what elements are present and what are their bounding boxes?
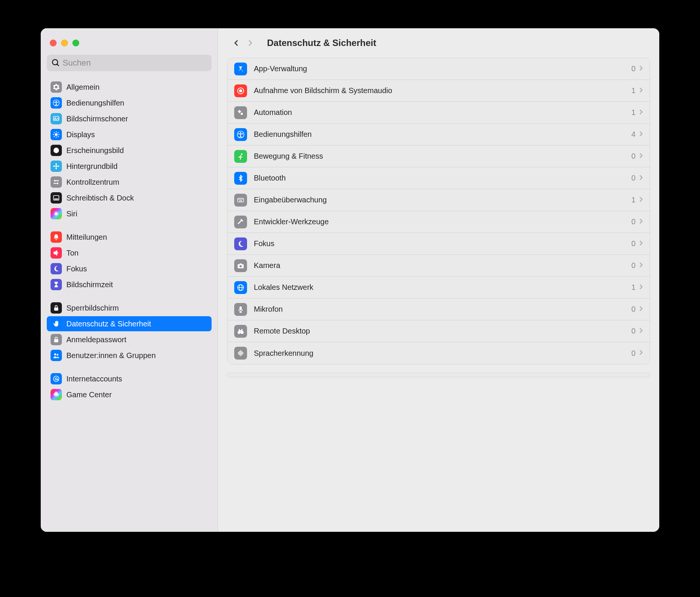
sidebar-item-label: Bildschirmschoner: [66, 115, 128, 123]
sidebar-item-siri[interactable]: Siri: [47, 206, 212, 221]
sidebar-item-wallpaper[interactable]: Hintergrundbild: [47, 159, 212, 174]
privacy-row-accessibility[interactable]: Bedienungshilfen4: [227, 124, 650, 145]
row-count: 0: [631, 64, 636, 73]
privacy-row-bluetooth[interactable]: Bluetooth0: [227, 167, 650, 189]
row-label: App-Verwaltung: [254, 64, 631, 73]
minimize-window-button[interactable]: [61, 40, 68, 46]
search-input[interactable]: [63, 58, 206, 68]
search-field-container[interactable]: [47, 55, 212, 71]
sidebar-item-appearance[interactable]: Erscheinungsbild: [47, 143, 212, 158]
content-scroll[interactable]: App-Verwaltung0Aufnahme von Bildschirm &…: [218, 58, 659, 532]
privacy-row-automation[interactable]: Automation1: [227, 102, 650, 124]
sidebar-item-notifications[interactable]: Mitteilungen: [47, 230, 212, 245]
sidebar-item-gamecenter[interactable]: Game Center: [47, 387, 212, 402]
chevron-right-icon: [639, 328, 643, 335]
privacy-row-motion[interactable]: Bewegung & Fitness0: [227, 145, 650, 167]
lock-icon: [51, 302, 62, 314]
row-label: Fokus: [254, 239, 631, 248]
globe-icon: [234, 281, 247, 294]
speaker-icon: [51, 247, 62, 259]
sidebar-item-users[interactable]: Benutzer:innen & Gruppen: [47, 348, 212, 363]
row-label: Lokales Netzwerk: [254, 283, 631, 292]
row-count: 0: [631, 217, 636, 226]
row-count: 1: [631, 108, 636, 117]
sidebar-item-label: Erscheinungsbild: [66, 146, 124, 155]
row-label: Bluetooth: [254, 174, 631, 182]
sidebar-item-label: Benutzer:innen & Gruppen: [66, 351, 156, 360]
sidebar-item-label: Schreibtisch & Dock: [66, 194, 134, 202]
chevron-right-icon: [639, 196, 643, 204]
moon-icon: [51, 263, 62, 274]
appearance-icon: [51, 145, 62, 156]
sidebar-item-label: Ton: [66, 249, 78, 257]
back-button[interactable]: [229, 35, 244, 51]
sidebar: AllgemeinBedienungshilfenBildschirmschon…: [41, 28, 218, 532]
switches-icon: [51, 176, 62, 188]
sidebar-item-loginpassword[interactable]: Anmeldepasswort: [47, 332, 212, 347]
sidebar-item-privacy[interactable]: Datenschutz & Sicherheit: [47, 316, 212, 331]
close-window-button[interactable]: [50, 40, 57, 46]
sidebar-item-label: Datenschutz & Sicherheit: [66, 320, 151, 328]
row-label: Spracherkennung: [254, 349, 631, 358]
row-label: Bedienungshilfen: [254, 130, 631, 139]
row-label: Mikrofon: [254, 305, 631, 314]
sidebar-item-label: Kontrollzentrum: [66, 178, 119, 187]
privacy-row-app-management[interactable]: App-Verwaltung0: [227, 58, 650, 80]
sidebar-item-label: Anmeldepasswort: [66, 335, 126, 344]
privacy-row-local-network[interactable]: Lokales Netzwerk1: [227, 277, 650, 298]
accessibility-icon: [234, 128, 247, 141]
sidebar-item-focus[interactable]: Fokus: [47, 261, 212, 276]
sidebar-group: SperrbildschirmDatenschutz & SicherheitA…: [47, 300, 212, 363]
hourglass-icon: [51, 279, 62, 290]
privacy-row-screen-recording[interactable]: Aufnahme von Bildschirm & Systemaudio1: [227, 80, 650, 102]
sidebar-item-label: Game Center: [66, 390, 112, 399]
sidebar-item-label: Bedienungshilfen: [66, 99, 124, 107]
flower-icon: [51, 161, 62, 172]
row-count: 0: [631, 239, 636, 248]
sidebar-item-controlcenter[interactable]: Kontrollzentrum: [47, 175, 212, 190]
zoom-window-button[interactable]: [72, 40, 79, 46]
record-icon: [234, 84, 247, 97]
waveform-icon: [234, 347, 247, 360]
row-label: Eingabeüberwachung: [254, 196, 631, 204]
sidebar-item-sound[interactable]: Ton: [47, 245, 212, 260]
privacy-row-remote-desktop[interactable]: Remote Desktop0: [227, 320, 650, 342]
privacy-row-camera[interactable]: Kamera0: [227, 255, 650, 277]
privacy-row-input-monitoring[interactable]: Eingabeüberwachung1: [227, 189, 650, 211]
privacy-row-speech[interactable]: Spracherkennung0: [227, 342, 650, 364]
row-count: 0: [631, 305, 636, 314]
sidebar-item-general[interactable]: Allgemein: [47, 80, 212, 95]
settings-window: AllgemeinBedienungshilfenBildschirmschon…: [41, 28, 659, 532]
main-area: Datenschutz & Sicherheit App-Verwaltung0…: [218, 28, 659, 532]
chevron-right-icon: [639, 284, 643, 291]
sidebar-item-displays[interactable]: Displays: [47, 127, 212, 142]
privacy-row-focus[interactable]: Fokus0: [227, 233, 650, 255]
next-panel-peek: [227, 373, 650, 377]
chevron-right-icon: [639, 87, 643, 95]
privacy-row-dev-tools[interactable]: Entwickler-Werkzeuge0: [227, 211, 650, 233]
chevron-right-icon: [248, 38, 254, 47]
sidebar-item-lockscreen[interactable]: Sperrbildschirm: [47, 300, 212, 315]
accessibility-icon: [51, 97, 62, 109]
sidebar-item-screentime[interactable]: Bildschirmzeit: [47, 277, 212, 292]
chevron-right-icon: [639, 349, 643, 357]
at-icon: [51, 373, 62, 384]
row-label: Bewegung & Fitness: [254, 152, 631, 161]
sidebar-item-accessibility[interactable]: Bedienungshilfen: [47, 95, 212, 110]
sidebar-item-dock[interactable]: Schreibtisch & Dock: [47, 190, 212, 205]
sidebar-group: InternetaccountsGame Center: [47, 371, 212, 402]
privacy-row-microphone[interactable]: Mikrofon0: [227, 298, 650, 320]
sidebar-item-label: Siri: [66, 210, 77, 218]
window-controls: [47, 37, 212, 55]
dock-icon: [51, 192, 62, 204]
chevron-left-icon: [233, 38, 239, 47]
row-count: 0: [631, 174, 636, 182]
sidebar-item-internetaccounts[interactable]: Internetaccounts: [47, 371, 212, 386]
forward-button[interactable]: [244, 35, 259, 51]
sidebar-item-screensaver[interactable]: Bildschirmschoner: [47, 111, 212, 126]
row-label: Entwickler-Werkzeuge: [254, 217, 631, 226]
row-count: 0: [631, 152, 636, 161]
chevron-right-icon: [639, 175, 643, 182]
moon-icon: [234, 237, 247, 250]
sun-icon: [51, 129, 62, 140]
